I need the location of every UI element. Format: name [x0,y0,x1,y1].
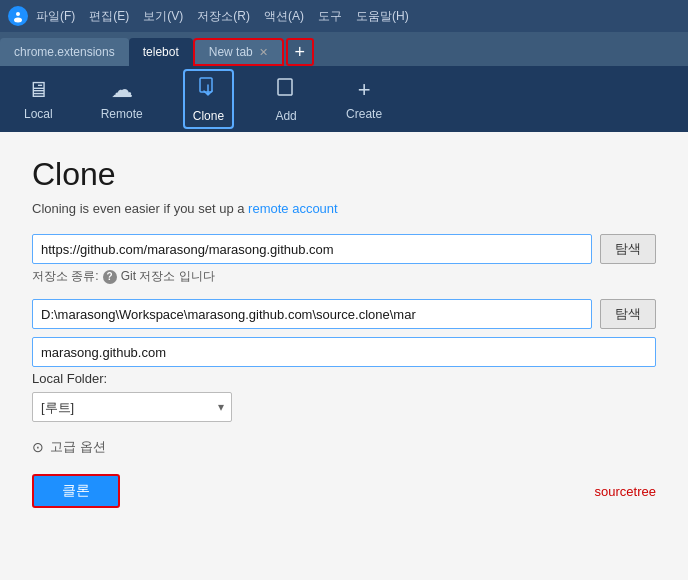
remote-icon: ☁ [111,77,133,103]
tab-close-icon[interactable]: ✕ [259,46,268,59]
path-input-row: 탐색 [32,299,656,329]
remote-account-link[interactable]: remote account [248,201,338,216]
new-tab-button[interactable]: + [286,38,314,66]
local-icon: 🖥 [27,77,49,103]
clone-button[interactable]: 클론 [32,474,120,508]
toolbar-local-label: Local [24,107,53,121]
toolbar-remote[interactable]: ☁ Remote [93,73,151,125]
toolbar-remote-label: Remote [101,107,143,121]
name-input-row [32,337,656,367]
menu-tools[interactable]: 도구 [318,8,342,25]
tab-chrome-extensions[interactable]: chrome.extensions [0,38,129,66]
main-content: Clone Cloning is even easier if you set … [0,132,688,580]
tab-bar: chrome.extensions telebot New tab ✕ + [0,32,688,66]
url-input[interactable] [32,234,592,264]
folder-select-wrap: [루트] ▾ [32,392,232,422]
tab-telebot[interactable]: telebot [129,38,193,66]
sourcetree-label: sourcetree [595,484,656,499]
menu-view[interactable]: 보기(V) [143,8,183,25]
new-tab-icon: + [295,42,306,63]
storage-hint: 저장소 종류: ? Git 저장소 입니다 [32,268,656,285]
storage-hint-label: 저장소 종류: [32,268,99,285]
advanced-options-row[interactable]: ⊙ 고급 옵션 [32,438,656,456]
toolbar: 🖥 Local ☁ Remote Clone Add + Create [0,66,688,132]
storage-hint-icon: ? [103,270,117,284]
tab-telebot-label: telebot [143,45,179,59]
url-input-row: 탐색 [32,234,656,264]
toolbar-add[interactable]: Add [266,71,306,127]
menu-edit[interactable]: 편집(E) [89,8,129,25]
clone-icon [196,75,220,105]
title-bar: 파일(F) 편집(E) 보기(V) 저장소(R) 액션(A) 도구 도움말(H) [0,0,688,32]
browse-url-button[interactable]: 탐색 [600,234,656,264]
toolbar-add-label: Add [275,109,296,123]
menu-help[interactable]: 도움말(H) [356,8,409,25]
storage-type-label: Git 저장소 입니다 [121,268,215,285]
create-icon: + [358,77,371,103]
svg-rect-3 [200,78,212,92]
folder-select[interactable]: [루트] [32,392,232,422]
name-input[interactable] [32,337,656,367]
add-icon [274,75,298,105]
tab-new[interactable]: New tab ✕ [193,38,284,66]
toolbar-clone[interactable]: Clone [183,69,234,129]
menu-bar[interactable]: 파일(F) 편집(E) 보기(V) 저장소(R) 액션(A) 도구 도움말(H) [36,8,409,25]
page-title: Clone [32,156,656,193]
tab-chrome-extensions-label: chrome.extensions [14,45,115,59]
folder-label: Local Folder: [32,371,656,386]
menu-repo[interactable]: 저장소(R) [197,8,250,25]
app-logo [8,6,28,26]
toolbar-create[interactable]: + Create [338,73,390,125]
subtitle: Cloning is even easier if you set up a r… [32,201,656,216]
svg-point-1 [16,12,20,16]
toolbar-clone-label: Clone [193,109,224,123]
advanced-expand-icon: ⊙ [32,439,44,455]
footer-row: 클론 sourcetree [32,474,656,508]
browse-path-button[interactable]: 탐색 [600,299,656,329]
advanced-options-label: 고급 옵션 [50,438,106,456]
toolbar-local[interactable]: 🖥 Local [16,73,61,125]
toolbar-create-label: Create [346,107,382,121]
subtitle-prefix: Cloning is even easier if you set up a [32,201,248,216]
menu-action[interactable]: 액션(A) [264,8,304,25]
svg-rect-4 [278,79,292,95]
svg-point-2 [14,18,22,23]
menu-file[interactable]: 파일(F) [36,8,75,25]
tab-new-label: New tab [209,45,253,59]
path-input[interactable] [32,299,592,329]
